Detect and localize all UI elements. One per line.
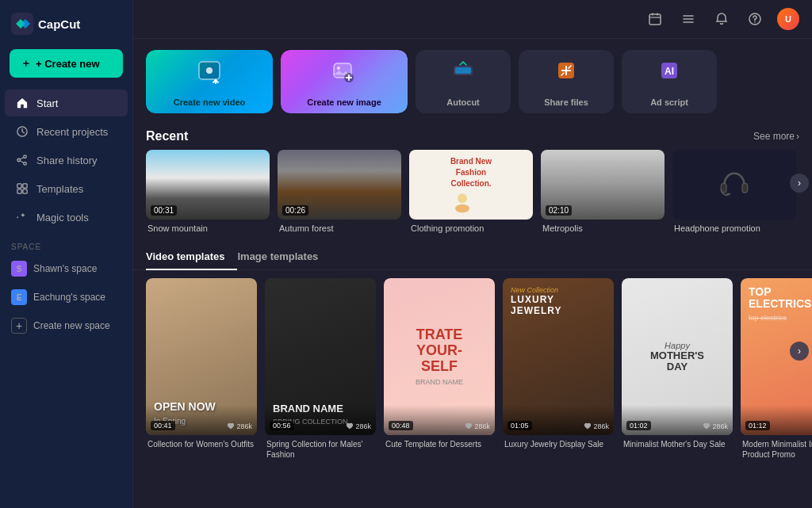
calendar-icon[interactable] <box>644 8 666 30</box>
recent-card-autumn[interactable]: 00:26 Autumn forest <box>278 150 401 233</box>
template-row: OPEN NOWIn Spring 00:41 286k Collection … <box>133 278 812 468</box>
space-item-shawn[interactable]: S Shawn's space <box>0 254 132 283</box>
recent-card-clothing[interactable]: Brand New Fashion Collection. Clothing p… <box>409 150 533 233</box>
sidebar-item-magic[interactable]: Magic tools <box>5 204 128 231</box>
snow-title: Snow mountain <box>146 223 270 233</box>
svg-rect-7 <box>17 189 21 193</box>
create-space-item[interactable]: + Create new space <box>0 311 132 340</box>
clock-icon <box>16 125 29 138</box>
create-video-card[interactable]: Create new video <box>146 50 273 113</box>
template-title-0: Collection for Women's Outfits <box>146 439 257 449</box>
metropolis-title: Metropolis <box>541 223 665 233</box>
headphone-thumbnail <box>672 150 796 220</box>
template-duration-0: 00:41 <box>151 421 175 430</box>
snow-thumbnail: 00:31 <box>146 150 270 220</box>
template-duration-3: 01:05 <box>508 421 532 430</box>
clothing-title: Clothing promotion <box>409 223 533 233</box>
menu-icon[interactable] <box>677 8 699 30</box>
create-space-label: Create new space <box>33 320 110 331</box>
metropolis-duration: 02:10 <box>546 205 572 216</box>
sidebar-item-share[interactable]: Share history <box>5 147 128 174</box>
svg-point-24 <box>458 193 467 203</box>
capcut-logo-icon <box>11 13 33 35</box>
ad-script-icon: AI <box>657 58 682 83</box>
nav-start-label: Start <box>36 97 58 109</box>
eachung-space-label: Eachung's space <box>33 292 105 303</box>
autocut-card[interactable]: Autocut <box>416 50 511 113</box>
template-next-button[interactable]: › <box>790 342 809 361</box>
template-card-4[interactable]: Happy MOTHER'SDAY 01:02 286k Minimalist … <box>622 278 733 460</box>
space-item-eachung[interactable]: E Eachung's space <box>0 283 132 311</box>
template-likes-3: 286k <box>584 422 609 430</box>
recent-card-headphone[interactable]: Headphone promotion <box>672 150 796 233</box>
create-new-button[interactable]: ＋ + Create new <box>10 49 123 78</box>
help-icon[interactable] <box>744 8 766 30</box>
tabs-bar: Video templates Image templates <box>133 244 812 270</box>
sidebar-item-recent[interactable]: Recent projects <box>5 118 128 145</box>
see-more-recent[interactable]: See more › <box>753 131 799 142</box>
template-duration-4: 01:02 <box>626 421 651 430</box>
svg-rect-5 <box>17 184 21 188</box>
template-likes-2: 286k <box>465 422 490 430</box>
tab-image-templates[interactable]: Image templates <box>237 244 331 270</box>
autumn-duration: 00:26 <box>282 205 308 216</box>
tab-image-label: Image templates <box>237 250 318 262</box>
sidebar-item-templates[interactable]: Templates <box>5 175 128 202</box>
template-title-1: Spring Collection for Males' Fashion <box>265 439 376 460</box>
svg-point-25 <box>455 204 469 213</box>
template-card-0[interactable]: OPEN NOWIn Spring 00:41 286k Collection … <box>146 278 257 460</box>
template-overlay-2: 00:48 286k <box>384 405 495 435</box>
template-duration-5: 01:12 <box>745 421 770 430</box>
template-overlay-0: 00:41 286k <box>146 405 257 435</box>
main-content: U Create new video <box>133 0 812 508</box>
nav-magic-label: Magic tools <box>36 212 89 223</box>
tab-video-templates[interactable]: Video templates <box>146 244 237 270</box>
clothing-thumbnail: Brand New Fashion Collection. <box>409 150 533 220</box>
create-new-label: + Create new <box>36 58 100 70</box>
tab-video-label: Video templates <box>146 250 224 262</box>
autocut-icon <box>450 58 476 83</box>
create-image-label: Create new image <box>307 97 381 107</box>
ad-script-card[interactable]: AI Ad script <box>622 50 717 113</box>
sidebar-item-start[interactable]: Start <box>5 90 128 116</box>
svg-point-17 <box>337 67 340 70</box>
quick-actions-bar: Create new video Create new image <box>133 39 812 121</box>
recent-card-metropolis[interactable]: 02:10 Metropolis <box>541 150 665 233</box>
topbar: U <box>133 0 812 39</box>
template-thumb-3: New Collection LUXURYJEWELRY 01:05 286k <box>503 278 614 435</box>
share-files-icon <box>553 58 579 83</box>
template-card-3[interactable]: New Collection LUXURYJEWELRY 01:05 286k … <box>503 278 614 460</box>
bell-icon[interactable] <box>710 8 733 30</box>
svg-rect-8 <box>23 189 27 193</box>
snow-duration: 00:31 <box>151 205 177 216</box>
create-image-card[interactable]: Create new image <box>281 50 408 113</box>
template-title-3: Luxury Jewelry Display Sale <box>503 439 614 449</box>
autumn-title: Autumn forest <box>278 223 401 233</box>
template-card-5[interactable]: TOPELECTRICS top electrics 01:12 286k Mo… <box>741 278 812 460</box>
chevron-right-icon: › <box>796 131 799 142</box>
profile-avatar[interactable]: U <box>777 8 799 30</box>
metropolis-thumbnail: 02:10 <box>541 150 665 220</box>
magic-icon <box>16 211 29 223</box>
template-overlay-3: 01:05 286k <box>503 405 614 435</box>
share-icon <box>16 154 29 166</box>
see-more-label: See more <box>753 131 795 142</box>
headphone-title: Headphone promotion <box>672 223 796 233</box>
app-name: CapCut <box>38 17 80 31</box>
recent-next-button[interactable]: › <box>790 174 809 193</box>
share-files-card[interactable]: Share files <box>519 50 614 113</box>
template-card-2[interactable]: TRATEYOUR-SELF BRAND NAME 00:48 286k Cut… <box>384 278 495 460</box>
create-plus-icon: ＋ <box>21 56 31 71</box>
logo-area: CapCut <box>0 0 132 43</box>
add-space-icon: + <box>11 318 27 334</box>
nav-share-label: Share history <box>36 155 98 166</box>
sidebar: CapCut ＋ + Create new Start Recent proje… <box>0 0 133 508</box>
template-card-1[interactable]: BRAND NAMESPRING COLLECTION 00:56 286k S… <box>265 278 376 460</box>
templates-icon <box>16 182 29 195</box>
svg-rect-9 <box>649 14 661 25</box>
recent-row: 00:31 Snow mountain 00:26 Autumn forest … <box>133 150 812 244</box>
eachung-avatar: E <box>11 289 27 305</box>
template-likes-1: 286k <box>346 422 371 430</box>
recent-card-snow[interactable]: 00:31 Snow mountain <box>146 150 270 233</box>
image-card-icon <box>331 59 357 85</box>
